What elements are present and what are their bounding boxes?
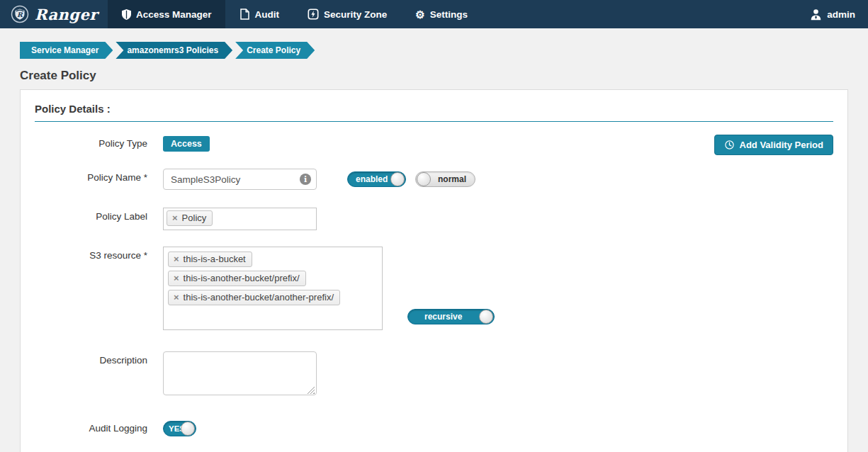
recursive-toggle[interactable]: recursive: [407, 309, 495, 324]
remove-tag-icon[interactable]: ×: [172, 213, 178, 222]
gear-icon: ⚙: [415, 9, 424, 20]
top-navbar: R Ranger Access Manager Audit: [0, 0, 868, 28]
user-menu[interactable]: admin: [810, 0, 855, 28]
nav-item-label: Audit: [254, 9, 279, 20]
nav-item-label: Access Manager: [136, 9, 212, 20]
description-textarea[interactable]: [163, 351, 317, 395]
normal-toggle[interactable]: normal: [415, 171, 475, 187]
tag-text: this-is-a-bucket: [184, 254, 246, 264]
ranger-logo[interactable]: R Ranger: [10, 0, 108, 28]
s3-resource-input[interactable]: × this-is-a-bucket × this-is-another-buc…: [163, 247, 383, 330]
nav-item-label: Settings: [430, 9, 468, 20]
add-validity-label: Add Validity Period: [740, 140, 823, 150]
toggle-knob: [390, 172, 405, 186]
add-validity-period-button[interactable]: Add Validity Period: [714, 135, 833, 155]
nav-item-label: Security Zone: [324, 9, 387, 20]
user-icon: [810, 9, 822, 21]
shield-icon: [122, 9, 131, 20]
policy-label-row: Policy Label × Policy: [35, 208, 833, 230]
ranger-shield-icon: R: [10, 4, 30, 24]
svg-text:R: R: [17, 11, 23, 18]
description-label: Description: [35, 351, 163, 366]
s3-resource-row: S3 resource * × this-is-a-bucket × this-…: [35, 247, 833, 330]
breadcrumb-service-manager[interactable]: Service Manager: [20, 42, 113, 59]
recursive-toggle-label: recursive: [424, 312, 462, 322]
enabled-toggle-label: enabled: [356, 174, 388, 184]
breadcrumb-policies[interactable]: amazonemrs3 Policies: [115, 42, 232, 59]
toggle-knob: [181, 422, 195, 436]
s3-resource-tag: × this-is-a-bucket: [168, 252, 252, 267]
policy-name-label: Policy Name *: [35, 169, 163, 183]
normal-toggle-label: normal: [438, 174, 466, 184]
remove-tag-icon[interactable]: ×: [174, 254, 179, 264]
remove-tag-icon[interactable]: ×: [174, 293, 179, 302]
security-zone-icon: [308, 9, 319, 20]
tag-text: this-is-another-bucket/another-prefix/: [184, 292, 334, 303]
policy-name-row: Policy Name * i enabled normal: [35, 169, 833, 190]
policy-name-input[interactable]: [163, 169, 317, 190]
description-row: Description: [35, 351, 833, 398]
document-icon: [239, 9, 249, 20]
s3-resource-label: S3 resource *: [35, 247, 163, 261]
policy-type-row: Policy Type Access Add Validity Period: [35, 135, 833, 155]
info-icon[interactable]: i: [300, 174, 311, 185]
clock-icon: [724, 140, 735, 150]
username: admin: [827, 9, 855, 20]
policy-label-tag: × Policy: [167, 210, 213, 226]
nav-security-zone[interactable]: Security Zone: [293, 0, 401, 28]
brand-name: Ranger: [35, 6, 98, 23]
s3-resource-tag: × this-is-another-bucket/prefix/: [168, 271, 306, 286]
policy-label-input[interactable]: × Policy: [163, 208, 317, 230]
policy-type-badge[interactable]: Access: [163, 136, 210, 152]
description-input-wrap: [163, 351, 317, 398]
tag-text: this-is-another-bucket/prefix/: [184, 273, 300, 283]
policy-label-label: Policy Label: [35, 208, 163, 222]
policy-type-label: Policy Type: [35, 135, 163, 149]
page-title: Create Policy: [20, 69, 848, 83]
enabled-toggle[interactable]: enabled: [347, 171, 406, 187]
audit-logging-toggle[interactable]: YES: [163, 421, 196, 436]
remove-tag-icon[interactable]: ×: [174, 273, 179, 283]
toggle-knob: [479, 310, 493, 324]
audit-logging-label: Audit Logging: [35, 419, 163, 434]
policy-details-panel: Policy Details : Policy Type Access Add …: [20, 89, 848, 452]
nav-access-manager[interactable]: Access Manager: [108, 0, 226, 28]
section-title: Policy Details :: [35, 103, 833, 122]
tag-text: Policy: [182, 213, 207, 223]
policy-name-input-wrap: i: [163, 169, 317, 190]
breadcrumb: Service Manager amazonemrs3 Policies Cre…: [20, 42, 848, 59]
s3-resource-tag: × this-is-another-bucket/another-prefix/: [168, 290, 340, 305]
nav-settings[interactable]: ⚙ Settings: [401, 0, 482, 28]
audit-logging-row: Audit Logging YES: [35, 419, 833, 436]
s3-resource-controls: × this-is-a-bucket × this-is-another-buc…: [163, 247, 495, 330]
breadcrumb-create-policy[interactable]: Create Policy: [235, 42, 315, 59]
nav-audit[interactable]: Audit: [225, 0, 293, 28]
toggle-knob: [417, 172, 431, 186]
page-content: Service Manager amazonemrs3 Policies Cre…: [0, 42, 868, 452]
